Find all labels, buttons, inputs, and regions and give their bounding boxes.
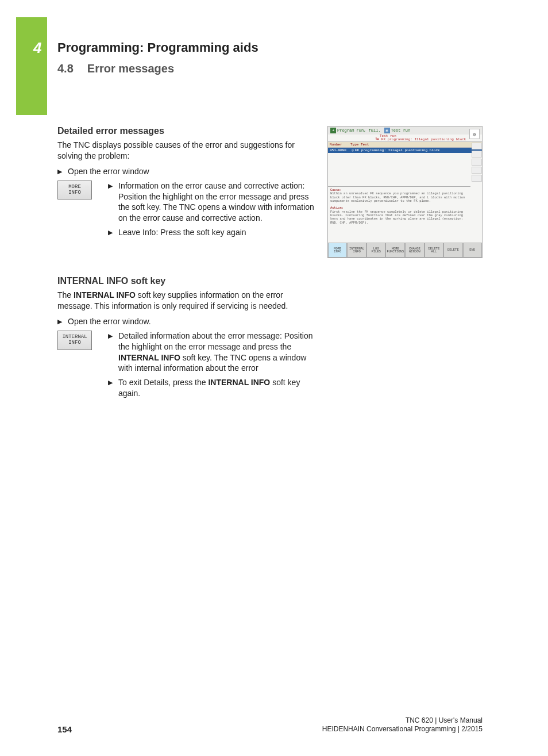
action-text: First resolve the FK sequence completely… [330, 210, 468, 225]
page-footer: 154 TNC 620 | User's Manual HEIDENHAIN C… [57, 716, 483, 734]
bullet-arrow-icon: ▶ [57, 168, 62, 175]
th-type: Type Text [350, 143, 369, 147]
cause-text: Within an unresolved FK sequence you pro… [330, 192, 468, 203]
block-internal-info: INTERNAL INFO soft key The INTERNAL INFO… [57, 276, 483, 402]
bullet-arrow-icon: ▶ [108, 229, 113, 236]
footer-line2: HEIDENHAIN Conversational Programming | … [322, 725, 483, 734]
step-open-window-2: ▶ Open the error window. [57, 316, 483, 327]
t-strong: INTERNAL INFO [118, 353, 180, 362]
step-text: Open the error window [68, 166, 149, 177]
nested-item: ▶ Leave Info: Press the soft key again [108, 227, 315, 238]
bullet-arrow-icon: ▶ [108, 182, 113, 190]
scr-table-head: Number Type Text [328, 141, 482, 148]
internal-info-softkey[interactable]: INTERNAL INFO [57, 331, 92, 350]
footer-right: TNC 620 | User's Manual HEIDENHAIN Conve… [322, 716, 483, 734]
scr-header: ➔ Program run, full. ▣ Test run [328, 126, 482, 135]
sk-more-functions[interactable]: MORE FUNCTIONS [385, 243, 405, 258]
step-text: Open the error window. [68, 316, 151, 327]
section-name: Error messages [87, 62, 174, 75]
bullet-arrow-icon: ▶ [108, 332, 113, 340]
sk-change-window[interactable]: CHANGE WINDOW [405, 243, 424, 258]
t: To exit Details, press the [118, 378, 208, 387]
bullet-arrow-icon: ▶ [108, 379, 113, 386]
chapter-title: Programming: Programming aids [57, 40, 505, 55]
nested-item: ▶ Information on the error cause and cor… [108, 181, 315, 224]
heading-internal-info: INTERNAL INFO soft key [57, 276, 483, 286]
nested-item: ▶ Detailed information about the error m… [108, 331, 315, 374]
sk-internal-info[interactable]: INTERNAL INFO [347, 243, 366, 258]
run-icon: ➔ [330, 128, 336, 133]
intro-strong: INTERNAL INFO [74, 290, 136, 300]
scr-softkeys: MORE INFO INTERNAL INFO LOG FILES MORE F… [328, 243, 482, 258]
sk-log-files[interactable]: LOG FILES [366, 243, 385, 258]
block-detailed-error: Detailed error messages The TNC displays… [57, 126, 483, 241]
nested-list: ▶ Information on the error cause and cor… [108, 181, 315, 241]
t: Detailed information about the error mes… [118, 331, 313, 351]
t-strong: INTERNAL INFO [208, 378, 270, 387]
row-text: FK programming: Illegal positioning bloc… [355, 148, 440, 152]
doc-icon: ▣ [384, 128, 390, 133]
heading-rest: soft key [128, 276, 165, 286]
tnc-screenshot: ➔ Program run, full. ▣ Test run Test run… [327, 126, 483, 258]
nested-text: To exit Details, press the INTERNAL INFO… [118, 377, 315, 399]
nested-text: Information on the error cause and corre… [118, 181, 315, 224]
intro-internal: The INTERNAL INFO soft key supplies info… [57, 290, 310, 312]
scr-mode: Program run, full. [337, 128, 381, 133]
scr-error-text: FK programming: Illegal positioning bloc… [381, 137, 466, 141]
sk-delete[interactable]: DELETE [443, 243, 462, 258]
gear-icon: ✲ [469, 129, 480, 139]
nested-text: Detailed information about the error mes… [118, 331, 315, 374]
bullet-arrow-icon: ▶ [57, 318, 62, 325]
stop-icon: ⦸ [350, 148, 355, 152]
footer-line1: TNC 620 | User's Manual [322, 716, 483, 726]
more-info-softkey[interactable]: MORE INFO [57, 181, 92, 200]
scr-action-panel: Action: First resolve the FK sequence co… [328, 205, 470, 227]
scr-row: 451-0090 ⦸ FK programming: Illegal posit… [328, 148, 482, 153]
nested-item: ▶ To exit Details, press the INTERNAL IN… [108, 377, 315, 399]
scr-cause-panel: Cause: Within an unresolved FK sequence … [328, 186, 470, 205]
nested-text: Leave Info: Press the soft key again [118, 227, 246, 238]
page-content: Programming: Programming aids 4.8Error m… [57, 40, 505, 407]
intro-text: The TNC displays possible causes of the … [57, 140, 310, 162]
page-number: 154 [57, 724, 72, 734]
heading-strong: INTERNAL INFO [57, 276, 128, 286]
chapter-number: 4 [33, 39, 41, 57]
chapter-sidebar [16, 17, 47, 115]
sk-delete-all[interactable]: DELETE ALL [424, 243, 443, 258]
scr-sidebar [472, 143, 482, 183]
section-number: 4.8 [57, 62, 74, 75]
intro-a: The [57, 290, 74, 300]
scr-mode2: Test run [391, 128, 411, 133]
sk-more-info[interactable]: MORE INFO [328, 243, 347, 258]
row-num: 451-0090 [330, 148, 350, 152]
nested-list-2: ▶ Detailed information about the error m… [108, 331, 315, 402]
th-number: Number [330, 143, 350, 147]
sk-end[interactable]: END [463, 243, 482, 258]
softkey-row-2: INTERNAL INFO ▶ Detailed information abo… [57, 331, 483, 402]
section-title: 4.8Error messages [57, 62, 505, 75]
